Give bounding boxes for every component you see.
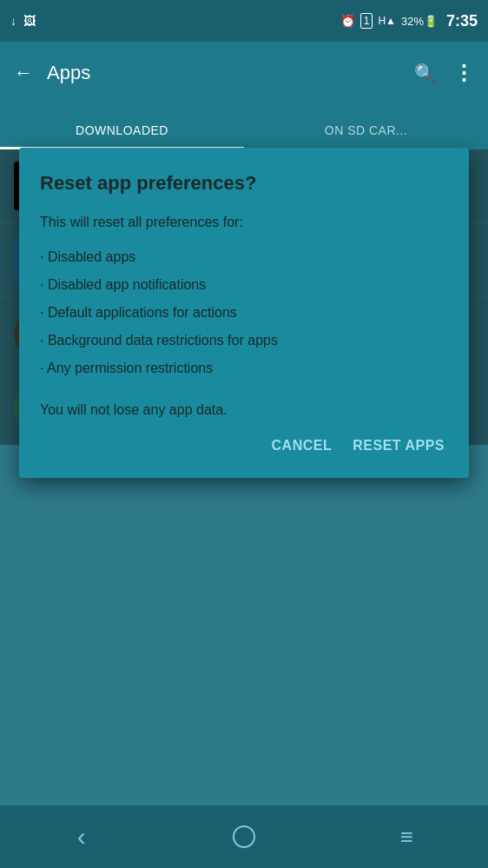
nav-back-button[interactable]: ‹ [56, 819, 108, 854]
sim-icon: 1 [360, 13, 373, 29]
status-bar: ↓ 🖼 ⏰ 1 H▲ 32%🔋 7:35 [0, 0, 488, 42]
status-time: 7:35 [446, 12, 478, 30]
nav-home-icon [233, 825, 255, 848]
toolbar-icons: 🔍 ⋮ [414, 61, 474, 85]
dialog-footer-text: You will not lose any app data. [40, 400, 448, 421]
status-bar-left: ↓ 🖼 [10, 14, 36, 28]
dialog-buttons: CANCEL RESET APPS [40, 431, 448, 461]
nav-back-icon: ‹ [77, 822, 86, 851]
list-item-default-apps: Default applications for actions [40, 299, 448, 327]
signal-icon: H▲ [378, 15, 396, 27]
nav-menu-button[interactable]: ≡ [380, 819, 432, 854]
dialog-title: Reset app preferences? [40, 172, 448, 195]
list-item-permission-restrictions: Any permission restrictions [40, 354, 448, 382]
more-options-button[interactable]: ⋮ [453, 61, 474, 85]
nav-menu-icon: ≡ [400, 824, 413, 851]
tabs-container: DOWNLOADED ON SD CAR... [0, 104, 488, 149]
back-button[interactable]: ← [14, 62, 33, 84]
search-button[interactable]: 🔍 [414, 63, 436, 83]
download-icon: ↓ [10, 14, 16, 28]
bottom-nav: ‹ ≡ [0, 805, 488, 868]
cancel-button[interactable]: CANCEL [268, 431, 336, 461]
page-title: Apps [47, 62, 400, 84]
reset-apps-button[interactable]: RESET APPS [349, 431, 448, 461]
tab-downloaded[interactable]: DOWNLOADED [0, 111, 244, 149]
list-item-disabled-notifications: Disabled app notifications [40, 271, 448, 299]
battery-icon: 32%🔋 [401, 15, 438, 28]
list-item-background-data: Background data restrictions for apps [40, 327, 448, 354]
dialog-list: Disabled apps Disabled app notifications… [40, 243, 448, 382]
list-item-disabled-apps: Disabled apps [40, 243, 448, 271]
reset-dialog: Reset app preferences? This will reset a… [19, 148, 469, 478]
alarm-icon: ⏰ [340, 14, 355, 28]
dialog-description: This will reset all preferences for: [40, 212, 448, 233]
nav-home-button[interactable] [218, 819, 270, 854]
image-icon: 🖼 [23, 14, 36, 28]
status-bar-right: ⏰ 1 H▲ 32%🔋 7:35 [340, 12, 478, 30]
toolbar: ← Apps 🔍 ⋮ [0, 42, 488, 104]
tab-on-sd-card[interactable]: ON SD CAR... [244, 111, 488, 149]
dialog-body: This will reset all preferences for: Dis… [40, 212, 448, 421]
